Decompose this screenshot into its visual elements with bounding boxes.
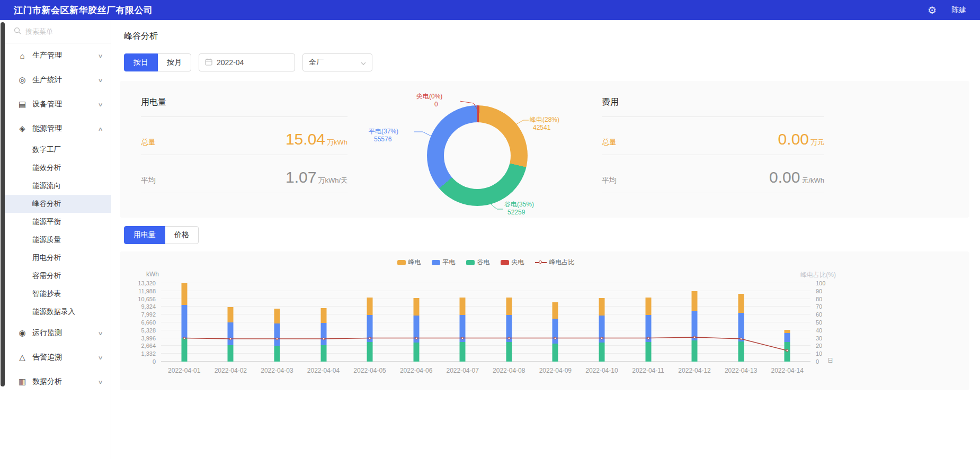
sidebar-item-alarm-tracing[interactable]: △告警追溯∨	[5, 345, 111, 370]
sidebar-item-label: 运行监测	[32, 328, 99, 338]
ratio-point-2022-04-04[interactable]	[322, 338, 325, 340]
sidebar-item-energy-efficiency-analysis[interactable]: 能效分析	[5, 159, 111, 177]
calendar-icon	[205, 58, 212, 67]
ratio-point-2022-04-05[interactable]	[369, 337, 371, 339]
chevron-down-icon	[361, 58, 366, 67]
valley-segment	[506, 342, 512, 362]
bar-2022-04-03[interactable]	[274, 283, 280, 362]
cost-average-value: 0.00	[769, 168, 800, 186]
cost-summary: 费用 总量 0.00万元 平均 0.00元/kWh	[602, 97, 830, 218]
bar-2022-04-02[interactable]	[228, 283, 234, 362]
sidebar-item-peak-valley-analysis[interactable]: 峰谷分析	[5, 195, 111, 213]
tab-price[interactable]: 价格	[165, 226, 199, 244]
cost-total-row: 总量 0.00万元	[602, 117, 824, 155]
sidebar-item-label: 数据分析	[32, 377, 99, 386]
left-scrollbar-thumb[interactable]	[1, 22, 5, 386]
legend-dot	[539, 260, 542, 264]
sidebar-item-operation-monitoring[interactable]: ◉运行监测∨	[5, 321, 111, 345]
sidebar-item-energy-management[interactable]: ◈能源管理∧	[5, 116, 111, 141]
peak-segment	[413, 298, 419, 316]
legend-item-峰电[interactable]: 峰电	[397, 258, 421, 267]
search-icon	[14, 27, 21, 37]
y-axis-tick: 3,996	[141, 335, 156, 341]
gridline	[161, 322, 810, 322]
ratio-point-2022-04-13[interactable]	[740, 338, 742, 340]
summary-card: 用电量 总量 15.04万kWh 平均 1.07万kWh/天	[120, 81, 969, 218]
donut-chart[interactable]: 尖电(0%) 0 峰电(28%) 42541 平电(37%) 55576 谷电(…	[353, 97, 602, 218]
peak-segment	[274, 309, 280, 323]
sidebar-item-energy-quality[interactable]: 能源质量	[5, 231, 111, 249]
bar-2022-04-11[interactable]	[645, 283, 651, 362]
month-picker[interactable]: 2022-04	[199, 53, 295, 71]
sidebar-item-label: 生产统计	[32, 75, 99, 85]
ratio-point-2022-04-10[interactable]	[600, 337, 603, 339]
flat-segment	[274, 323, 280, 346]
bar-2022-04-01[interactable]	[181, 283, 187, 362]
ratio-point-2022-04-08[interactable]	[507, 337, 510, 339]
bar-2022-04-04[interactable]	[320, 283, 326, 362]
bar-2022-04-07[interactable]	[460, 283, 466, 362]
bar-2022-04-09[interactable]	[553, 283, 558, 362]
energy-icon: ◈	[17, 124, 28, 133]
ratio-point-2022-04-06[interactable]	[415, 337, 417, 339]
scope-select[interactable]: 全厂	[302, 53, 372, 71]
valley-segment	[553, 344, 558, 362]
sidebar-item-energy-data-entry[interactable]: 能源数据录入	[5, 303, 111, 321]
ratio-point-2022-04-12[interactable]	[693, 336, 696, 339]
legend-item-谷电[interactable]: 谷电	[466, 258, 490, 267]
gridline	[161, 291, 810, 291]
pie[interactable]	[427, 105, 528, 206]
x-axis-label: 2022-04-05	[353, 367, 386, 374]
gridline	[161, 306, 810, 307]
by-month-button[interactable]: 按月	[157, 53, 191, 71]
peak-segment	[738, 294, 744, 313]
legend-item-尖电[interactable]: 尖电	[501, 258, 524, 267]
ratio-point-2022-04-01[interactable]	[183, 337, 185, 339]
monitoring-icon: ◉	[17, 328, 28, 338]
ratio-point-2022-04-03[interactable]	[275, 338, 278, 340]
sidebar-item-electricity-analysis[interactable]: 用电分析	[5, 249, 111, 267]
bar-2022-04-13[interactable]	[738, 283, 744, 362]
ratio-point-2022-04-14[interactable]	[786, 349, 789, 352]
tab-electricity[interactable]: 用电量	[124, 226, 165, 244]
page-title: 峰谷分析	[124, 31, 969, 42]
menu-search-input[interactable]	[25, 28, 111, 35]
x-axis-label: 2022-04-13	[725, 367, 757, 374]
chevron-down-icon: ∨	[97, 330, 103, 336]
average-label: 平均	[141, 176, 156, 185]
by-day-button[interactable]: 按日	[124, 53, 158, 71]
sidebar-item-energy-balance[interactable]: 能源平衡	[5, 213, 111, 231]
bar-2022-04-12[interactable]	[692, 283, 698, 362]
y-axis-tick: 13,320	[138, 280, 156, 286]
ratio-point-2022-04-07[interactable]	[461, 337, 464, 339]
legend-item-平电[interactable]: 平电	[432, 258, 456, 267]
settings-gear-icon[interactable]: ⚙	[928, 5, 937, 15]
x-axis-line	[161, 361, 810, 362]
ratio-point-2022-04-02[interactable]	[229, 338, 232, 340]
sidebar-item-energy-flow[interactable]: 能源流向	[5, 177, 111, 195]
bar-2022-04-10[interactable]	[599, 283, 604, 362]
bar-2022-04-06[interactable]	[413, 283, 419, 362]
gridline	[161, 338, 810, 338]
valley-segment	[645, 342, 651, 362]
legend-item-峰电占比[interactable]: 峰电占比	[535, 258, 575, 267]
electricity-average-row: 平均 1.07万kWh/天	[141, 155, 348, 193]
ratio-point-2022-04-11[interactable]	[647, 337, 649, 339]
y2-axis-tick: 80	[816, 296, 822, 302]
user-name[interactable]: 陈建	[951, 5, 966, 15]
sidebar-item-data-analysis[interactable]: ▥数据分析∨	[5, 370, 111, 394]
ratio-point-2022-04-09[interactable]	[554, 337, 557, 339]
cost-total-value: 0.00	[778, 130, 809, 148]
x-axis-label: 2022-04-01	[168, 367, 200, 374]
bar-2022-04-08[interactable]	[506, 283, 512, 362]
bar-2022-04-05[interactable]	[367, 283, 373, 362]
sidebar-item-capacity-demand-analysis[interactable]: 容需分析	[5, 267, 111, 285]
sidebar-item-equipment-management[interactable]: ▤设备管理∨	[5, 92, 111, 116]
bar-plot[interactable]: 01,3322,6643,9965,3286,6607,9929,32410,6…	[161, 283, 810, 362]
legend-label: 峰电	[408, 258, 421, 267]
sidebar-item-production-statistics[interactable]: ◎生产统计∨	[5, 68, 111, 92]
sidebar-item-smart-meter-reading[interactable]: 智能抄表	[5, 285, 111, 303]
month-picker-value: 2022-04	[217, 58, 244, 67]
sidebar-item-production-management[interactable]: ⌂生产管理∨	[5, 43, 111, 68]
sidebar-item-digital-factory[interactable]: 数字工厂	[5, 141, 111, 159]
